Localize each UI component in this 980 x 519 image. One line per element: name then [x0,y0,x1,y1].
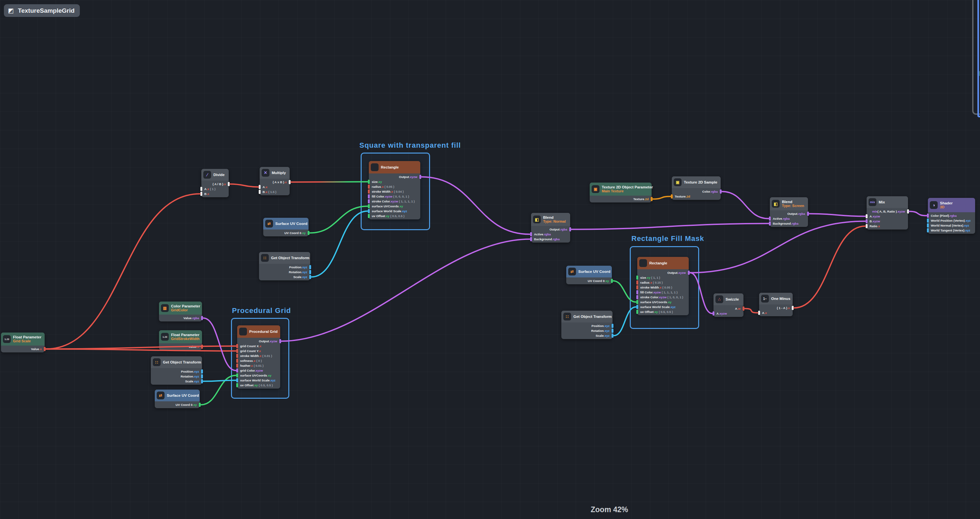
input-port[interactable] [368,194,370,198]
surface-uv-coord-node[interactable]: ⇄Surface UV CoordUV Coord 0.xy [263,218,309,236]
input-port[interactable] [530,232,532,236]
divide-node[interactable]: ∕Divide( A / B ).xA.x ( 1 )B.x [201,169,229,197]
swizzle-node[interactable]: ∴SwizzleA.wA.xyzw [713,294,743,317]
input-port[interactable] [927,214,929,218]
wire[interactable] [291,182,368,182]
input-port[interactable] [368,185,370,189]
output-port[interactable] [309,275,311,279]
wire[interactable] [690,221,865,273]
multiply-node[interactable]: ×Multiply( A x B ).xA.xB.x ( 1.5 ) [260,167,290,195]
input-port[interactable] [865,214,868,219]
wire[interactable] [310,206,368,233]
wire[interactable] [201,375,236,405]
input-port[interactable] [636,295,638,299]
get-object-transform-node[interactable]: ∷Get Object TransformPosition.xyzRotatio… [151,356,202,385]
input-port[interactable] [236,378,238,382]
input-port[interactable] [636,285,638,289]
input-port[interactable] [236,373,238,377]
output-port[interactable] [201,369,203,374]
input-port[interactable] [259,185,261,189]
rectangle-fill-mask-group-label[interactable]: Rectangle Fill Mask [632,235,704,243]
input-port[interactable] [236,354,238,358]
output-port[interactable] [611,329,614,333]
input-port[interactable] [200,187,202,191]
output-port[interactable] [199,402,201,407]
color-parameter-grid-color-node[interactable]: ▧Color ParameterGridColorValue.rgba [159,302,202,321]
output-port[interactable] [743,307,745,311]
wire[interactable] [745,309,758,313]
output-port[interactable] [807,212,809,216]
input-port[interactable] [236,383,238,387]
blend-screen-node[interactable]: ◧BlendType: ScreenOutput.rgbaActive.rgba… [770,197,808,227]
input-port[interactable] [927,219,929,223]
input-port[interactable] [368,209,370,213]
output-port[interactable] [611,279,613,283]
get-object-transform-node[interactable]: ∷Get Object TransformPosition.xyzRotatio… [259,252,310,280]
output-port[interactable] [307,231,310,235]
input-port[interactable] [236,349,238,353]
input-port[interactable] [769,221,771,225]
get-object-transform-node[interactable]: ∷Get Object TransformPosition.xyzRotatio… [562,311,612,339]
output-port[interactable] [419,175,421,179]
input-port[interactable] [368,204,370,208]
input-port[interactable] [236,364,238,368]
wire[interactable] [809,214,865,216]
wire[interactable] [571,224,768,230]
input-port[interactable] [865,219,868,223]
square-fill-group-label[interactable]: Square with transparent fill [360,141,461,150]
procedural-grid-node[interactable]: Procedural GridOutput.xyzwgrid Count X.x… [237,325,280,389]
surface-uv-coord-node[interactable]: ⇄Surface UV CoordUV Coord 0.xy [566,266,612,284]
input-port[interactable] [636,275,638,280]
output-port[interactable] [611,334,614,338]
wire[interactable] [794,226,865,308]
input-port[interactable] [758,311,760,315]
blend-normal-node[interactable]: ◧BlendType: NormalOutput.rgbaActive.rgba… [531,213,570,243]
wire[interactable] [722,192,768,219]
shader-3d-node[interactable]: ◑Shader3DColor (Pixel).rgbaWorld Positio… [928,198,975,234]
input-port[interactable] [636,310,638,314]
output-port[interactable] [228,182,230,186]
input-port[interactable] [236,344,238,348]
float-parameter-grid-stroke-width-node[interactable]: 1.23Float ParameterGridStrokeWidthValue.… [159,330,202,350]
output-port[interactable] [201,374,203,378]
float-parameter-grid-scale-node[interactable]: 1.23Float ParameterGrid ScaleValue.x [1,332,45,353]
input-port[interactable] [236,359,238,363]
input-port[interactable] [769,216,771,221]
graph-title-button[interactable]: ◩ TextureSampleGrid [4,4,80,17]
output-port[interactable] [309,270,311,274]
output-port[interactable] [201,316,203,320]
input-port[interactable] [530,237,532,241]
output-port[interactable] [309,265,311,269]
wire[interactable] [909,212,927,216]
input-port[interactable] [636,305,638,309]
input-port[interactable] [713,311,714,316]
output-port[interactable] [688,271,690,275]
output-port[interactable] [201,379,203,383]
input-port[interactable] [368,189,370,194]
texture-2d-object-parameter-node[interactable]: ▣Texture 2D Object ParameterMain Texture… [590,182,652,203]
input-port[interactable] [927,228,929,232]
output-port[interactable] [611,324,614,328]
procedural-grid-group-label[interactable]: Procedural Grid [232,307,291,315]
input-port[interactable] [368,214,370,218]
surface-uv-coord-node[interactable]: ⇄Surface UV CoordUV Coord 0.xy [155,390,200,408]
input-port[interactable] [636,300,638,304]
output-port[interactable] [720,189,722,194]
rectangle-node[interactable]: RectangleOutput.xyzwsize.xyradius.x ( 0.… [369,161,420,219]
input-port[interactable] [200,192,202,196]
one-minus-node[interactable]: 1−One Minus( 1 - A ).xA.x [759,293,793,316]
wire[interactable] [312,211,368,277]
input-port[interactable] [236,368,238,373]
output-port[interactable] [792,306,794,310]
input-port[interactable] [368,199,370,203]
wire[interactable] [46,194,200,349]
rectangle-node[interactable]: RectangleOutput.xyzwsize.xy ( 1, 1 )radi… [637,257,689,315]
wire[interactable] [230,184,258,187]
input-port[interactable] [927,223,929,228]
input-port[interactable] [368,180,370,184]
output-port[interactable] [201,345,203,349]
input-port[interactable] [865,224,868,228]
mix-node[interactable]: mixMixmix( A, B, Ratio ).xyzwA.xyzwB.xyz… [867,196,908,230]
graph-canvas[interactable]: Square with transparent fillProcedural G… [0,0,980,519]
output-port[interactable] [289,180,291,184]
